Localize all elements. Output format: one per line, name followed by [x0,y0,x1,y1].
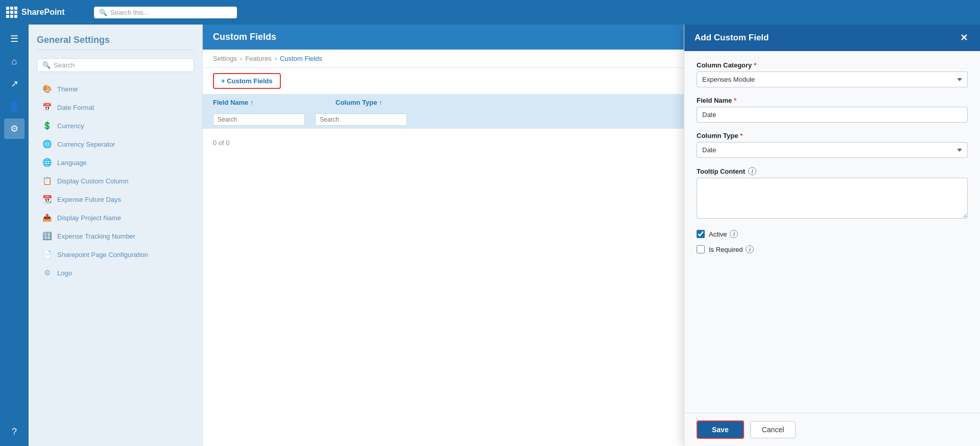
tooltip-content-label: Tooltip Content i [697,167,968,175]
field-name-label: Field Name * [697,97,968,104]
column-header-field-name: Field Name ↑ [213,99,325,106]
settings-icon: ⚙ [10,123,18,134]
sidebar-icon-help[interactable]: ? [4,421,25,442]
grid-icon [6,7,17,18]
settings-item-display-project-name[interactable]: 📤 Display Project Name [37,209,194,226]
sidebar-icon-people[interactable]: 👤 [4,96,25,116]
topbar-search[interactable]: 🔍 Search this... [94,7,237,18]
breadcrumb-separator: › [240,55,242,62]
settings-item-label: Expense Tracking Number [57,232,135,240]
add-custom-field-button[interactable]: + Custom Fields [213,73,281,89]
settings-item-label: Currency [57,122,84,130]
search-icon: 🔍 [99,9,107,16]
sidebar-icon-menu[interactable]: ☰ [4,29,25,49]
column-category-label: Column Category * [697,61,968,69]
people-icon: 👤 [9,101,20,112]
settings-item-label: Sharepoint Page Configuration [57,251,148,259]
settings-item-label: Logo [57,269,72,277]
column-type-select[interactable]: Date Text Number Boolean [697,142,968,158]
field-name-search-input[interactable] [213,113,305,126]
settings-item-currency-separator[interactable]: 🌐 Currency Seperator [37,135,194,153]
project-icon: 📤 [42,213,52,222]
settings-title: General Settings [37,35,194,50]
is-required-checkbox-row: Is Required i [697,245,968,253]
tracking-icon: 🔢 [42,231,52,241]
column-category-select[interactable]: Expenses Module Projects Module [697,72,968,87]
search-icon: 🔍 [42,61,51,69]
is-required-label: Is Required i [709,245,754,253]
required-indicator2: * [734,97,736,104]
sidebar-icon-home[interactable]: ⌂ [4,51,25,72]
settings-search[interactable]: 🔍 Search [37,58,194,72]
settings-item-theme[interactable]: 🎨 Theme [37,80,194,98]
calendar2-icon: 📆 [42,195,52,204]
tooltip-content-textarea[interactable] [697,178,968,219]
logo-icon: ⚙ [42,268,52,277]
is-required-checkbox[interactable] [697,245,705,253]
custom-fields-title: Custom Fields [213,32,276,42]
settings-item-label: Language [57,159,87,167]
active-checkbox[interactable] [697,230,705,238]
field-name-group: Field Name * [697,97,968,123]
count-label: 0 of 0 [213,139,230,147]
breadcrumb-settings[interactable]: Settings [213,55,237,62]
currency-icon: 💲 [42,121,52,130]
dialog-footer: Save Cancel [684,413,980,446]
settings-item-expense-tracking[interactable]: 🔢 Expense Tracking Number [37,227,194,245]
cancel-button[interactable]: Cancel [750,421,796,438]
home-icon: ⌂ [12,56,17,67]
breadcrumb-separator2: › [275,55,277,62]
active-label: Active i [709,230,738,238]
settings-item-label: Expense Future Days [57,196,121,203]
breadcrumb-features[interactable]: Features [245,55,271,62]
language-icon: 🌐 [42,158,52,167]
help-icon: ? [12,427,17,437]
dialog-body: Column Category * Expenses Module Projec… [684,51,980,413]
settings-search-placeholder: Search [54,61,75,69]
settings-item-sharepoint-config[interactable]: 📄 Sharepoint Page Configuration [37,246,194,263]
dialog-header: Add Custom Field ✕ [684,25,980,51]
settings-item-label: Display Project Name [57,214,121,222]
theme-icon: 🎨 [42,84,52,93]
column-type-search-input[interactable] [315,113,407,126]
topbar: SharePoint 🔍 Search this... [0,0,980,25]
required-indicator: * [754,61,756,69]
settings-item-label: Theme [57,85,78,93]
field-name-input[interactable] [697,107,968,123]
save-button[interactable]: Save [697,420,744,439]
calendar-icon: 📅 [42,103,52,112]
separator-icon: 🌐 [42,139,52,149]
settings-item-language[interactable]: 🌐 Language [37,154,194,171]
settings-item-label: Currency Seperator [57,140,115,148]
sidebar: ☰ ⌂ ↗ 👤 ⚙ ? [0,25,29,446]
column-header-column-type: Column Type ↑ [336,99,438,106]
settings-item-logo[interactable]: ⚙ Logo [37,264,194,281]
sidebar-icon-settings[interactable]: ⚙ [4,119,25,139]
chart-icon: ↗ [11,78,18,89]
dialog-title: Add Custom Field [695,33,769,43]
hamburger-icon: ☰ [10,33,18,44]
app-logo: SharePoint [6,7,88,18]
required-indicator3: * [740,132,743,139]
column-type-label: Column Type * [697,132,968,139]
tooltip-content-group: Tooltip Content i [697,167,968,221]
page-icon: 📄 [42,250,52,259]
active-info-icon: i [730,230,738,238]
settings-item-label: Display Custom Column [57,177,128,185]
settings-item-currency[interactable]: 💲 Currency [37,117,194,134]
settings-item-date-format[interactable]: 📅 Date Format [37,99,194,116]
settings-item-display-custom-column[interactable]: 📋 Display Custom Column [37,172,194,190]
column-icon: 📋 [42,176,52,185]
search-placeholder: Search this... [110,9,149,16]
sidebar-icon-chart[interactable]: ↗ [4,74,25,94]
app-name: SharePoint [21,8,64,17]
active-checkbox-row: Active i [697,230,968,238]
main-layout: ☰ ⌂ ↗ 👤 ⚙ ? General Settings 🔍 Search [0,25,980,446]
settings-panel: General Settings 🔍 Search 🎨 Theme 📅 Date… [29,25,202,446]
dialog-close-button[interactable]: ✕ [958,32,970,44]
settings-item-expense-future-days[interactable]: 📆 Expense Future Days [37,191,194,208]
column-type-group: Column Type * Date Text Number Boolean [697,132,968,158]
add-custom-field-dialog: Add Custom Field ✕ Column Category * Exp… [684,25,980,446]
is-required-info-icon: i [746,245,754,253]
breadcrumb-current: Custom Fields [280,55,322,62]
